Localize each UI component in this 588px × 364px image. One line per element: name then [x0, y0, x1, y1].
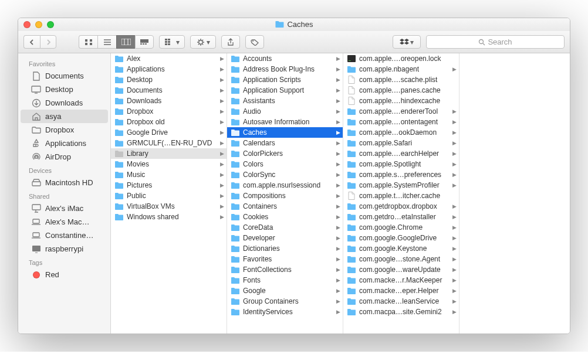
file-row[interactable]: com.macke…leanService▶ [343, 296, 459, 307]
file-row[interactable]: Public▶ [111, 190, 227, 201]
file-row[interactable]: com.macpa…site.Gemini2▶ [343, 307, 459, 317]
file-row[interactable]: Dropbox▶ [111, 106, 227, 117]
file-row[interactable]: Dropbox old▶ [111, 117, 227, 127]
file-row[interactable]: com.apple.…endererTool▶ [343, 106, 459, 117]
sidebar-item[interactable]: Desktop [21, 83, 108, 96]
minimize-button[interactable] [35, 21, 42, 28]
file-row[interactable]: com.apple.…ontentagent▶ [343, 117, 459, 127]
sidebar-item[interactable]: Downloads [21, 96, 108, 110]
file-row[interactable]: Developer▶ [227, 233, 343, 243]
back-button[interactable] [23, 35, 40, 49]
arrange-button[interactable]: ▾ [159, 35, 185, 49]
file-row[interactable]: Application Scripts▶ [227, 74, 343, 85]
file-row[interactable]: Containers▶ [227, 201, 343, 212]
file-row[interactable]: com.google.GoogleDrive▶ [343, 233, 459, 243]
file-row[interactable]: Google▶ [227, 285, 343, 296]
file-row[interactable]: Address Book Plug-Ins▶ [227, 64, 343, 74]
folder-icon [231, 140, 240, 147]
file-row[interactable]: com.apple.nbagent▶ [343, 64, 459, 74]
file-row[interactable]: com.google…stone.Agent▶ [343, 254, 459, 264]
file-row[interactable]: Assistants▶ [227, 96, 343, 106]
file-row[interactable]: Alex▶ [111, 53, 227, 64]
file-row[interactable]: Favorites▶ [227, 254, 343, 264]
file-row[interactable]: com.apple.Safari▶ [343, 138, 459, 148]
file-row[interactable]: com.apple.Spotlight▶ [343, 159, 459, 169]
file-row[interactable]: Accounts▶ [227, 53, 343, 64]
search-field[interactable]: Search [426, 35, 565, 49]
file-row[interactable]: Autosave Information▶ [227, 117, 343, 127]
file-row[interactable]: com.google…wareUpdate▶ [343, 264, 459, 275]
file-row[interactable]: Colors▶ [227, 159, 343, 169]
file-row[interactable]: GRMCULF(…EN-RU_DVD▶ [111, 138, 227, 148]
file-row[interactable]: CoreData▶ [227, 222, 343, 233]
sidebar-item[interactable]: asya [21, 110, 108, 123]
file-row[interactable]: Dictionaries▶ [227, 243, 343, 254]
file-row[interactable]: com.getdro…etaInstaller▶ [343, 212, 459, 222]
column[interactable]: Alex▶Applications▶Desktop▶Documents▶Down… [111, 53, 227, 334]
file-row[interactable]: Applications▶ [111, 64, 227, 74]
file-row[interactable]: Windows shared▶ [111, 212, 227, 222]
sidebar-item[interactable]: raspberrypi [21, 242, 108, 256]
sidebar-item[interactable]: AirDrop [21, 150, 108, 164]
file-row[interactable]: Desktop▶ [111, 74, 227, 85]
file-row[interactable]: com.apple.t…itcher.cache [343, 190, 459, 201]
file-row[interactable]: Application Support▶ [227, 85, 343, 96]
file-row[interactable]: Music▶ [111, 169, 227, 180]
file-row[interactable]: com.google.Chrome▶ [343, 222, 459, 233]
file-row[interactable]: Google Drive▶ [111, 127, 227, 138]
file-row[interactable]: IdentityServices▶ [227, 307, 343, 317]
column-empty[interactable] [459, 53, 570, 334]
file-row[interactable]: Documents▶ [111, 85, 227, 96]
file-row[interactable]: Caches▶ [227, 127, 343, 138]
view-column-button[interactable] [116, 35, 135, 49]
file-row[interactable]: com.apple.SystemProfiler▶ [343, 180, 459, 190]
file-row[interactable]: Movies▶ [111, 159, 227, 169]
file-row[interactable]: Group Containers▶ [227, 296, 343, 307]
file-row[interactable]: Library▶ [111, 148, 227, 159]
file-row[interactable]: VirtualBox VMs▶ [111, 201, 227, 212]
sidebar-item[interactable]: Dropbox [21, 123, 108, 137]
file-row[interactable]: com.apple.…hindexcache [343, 96, 459, 106]
view-list-button[interactable] [97, 35, 116, 49]
sidebar-item[interactable]: Constantine… [21, 229, 108, 242]
file-row[interactable]: com.apple.…panes.cache [343, 85, 459, 96]
file-row[interactable]: com.google.Keystone▶ [343, 243, 459, 254]
file-row[interactable]: Audio▶ [227, 106, 343, 117]
file-row[interactable]: ColorSync▶ [227, 169, 343, 180]
file-row[interactable]: Cookies▶ [227, 212, 343, 222]
file-row[interactable]: Fonts▶ [227, 275, 343, 285]
file-row[interactable]: Downloads▶ [111, 96, 227, 106]
column[interactable]: _com.apple.…oreopen.lockcom.apple.nbagen… [343, 53, 459, 334]
file-row[interactable]: Pictures▶ [111, 180, 227, 190]
folder-icon [231, 192, 240, 200]
file-row[interactable]: com.apple.s…preferences▶ [343, 169, 459, 180]
sidebar-item[interactable]: Red [21, 268, 108, 281]
file-row[interactable]: Calendars▶ [227, 138, 343, 148]
tags-button[interactable] [245, 35, 264, 49]
sidebar-item[interactable]: Macintosh HD [21, 176, 108, 189]
close-button[interactable] [23, 21, 31, 28]
file-row[interactable]: com.macke…eper.Helper▶ [343, 285, 459, 296]
column[interactable]: Accounts▶Address Book Plug-Ins▶Applicati… [227, 53, 343, 334]
file-row[interactable]: com.apple.nsurlsessiond▶ [227, 180, 343, 190]
view-gallery-button[interactable] [135, 35, 154, 49]
file-row[interactable]: Compositions▶ [227, 190, 343, 201]
sidebar-item[interactable]: Alex's Mac… [21, 215, 108, 229]
forward-button[interactable] [40, 35, 56, 49]
share-button[interactable] [221, 35, 240, 49]
zoom-button[interactable] [47, 21, 54, 28]
action-button[interactable]: ▾ [190, 35, 216, 49]
file-row[interactable]: com.getdropbox.dropbox▶ [343, 201, 459, 212]
sidebar-item[interactable]: Alex's iMac [21, 202, 108, 215]
dropbox-button[interactable]: ▾ [393, 35, 421, 49]
view-icon-button[interactable] [79, 35, 97, 49]
file-row[interactable]: com.apple…ookDaemon▶ [343, 127, 459, 138]
file-row[interactable]: com.macke…r.MacKeeper▶ [343, 275, 459, 285]
file-row[interactable]: com.apple.…scache.plist [343, 74, 459, 85]
file-row[interactable]: FontCollections▶ [227, 264, 343, 275]
file-row[interactable]: ColorPickers▶ [227, 148, 343, 159]
file-row[interactable]: com.apple.…earchHelper▶ [343, 148, 459, 159]
sidebar-item[interactable]: Applications [21, 137, 108, 150]
file-row[interactable]: _com.apple.…oreopen.lock [343, 53, 459, 64]
sidebar-item[interactable]: Documents [21, 69, 108, 83]
